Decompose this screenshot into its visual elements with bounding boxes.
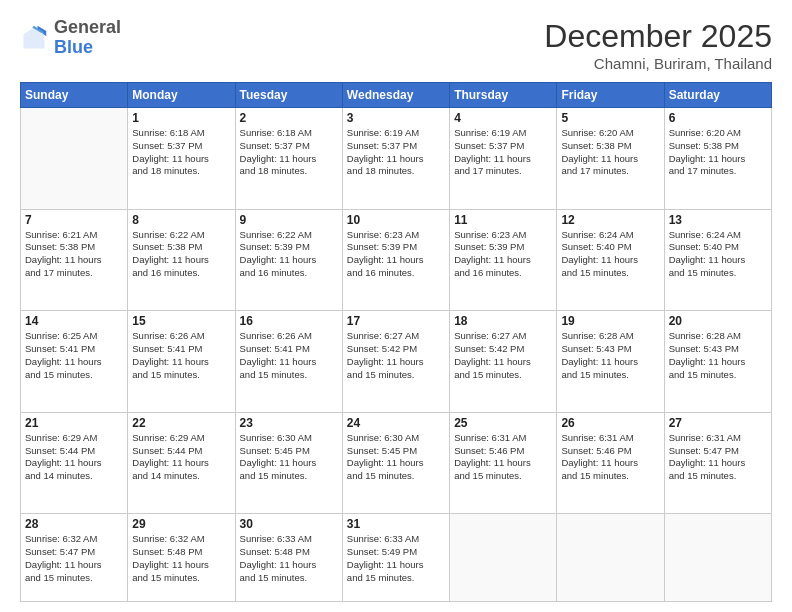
col-header-thursday: Thursday — [450, 83, 557, 108]
day-info: Sunrise: 6:22 AM Sunset: 5:38 PM Dayligh… — [132, 229, 230, 280]
calendar-cell: 12Sunrise: 6:24 AM Sunset: 5:40 PM Dayli… — [557, 209, 664, 311]
day-number: 12 — [561, 213, 659, 227]
calendar-cell: 18Sunrise: 6:27 AM Sunset: 5:42 PM Dayli… — [450, 311, 557, 413]
day-info: Sunrise: 6:29 AM Sunset: 5:44 PM Dayligh… — [132, 432, 230, 483]
calendar-cell: 28Sunrise: 6:32 AM Sunset: 5:47 PM Dayli… — [21, 514, 128, 602]
month-title: December 2025 — [544, 18, 772, 55]
day-info: Sunrise: 6:19 AM Sunset: 5:37 PM Dayligh… — [347, 127, 445, 178]
day-number: 31 — [347, 517, 445, 531]
day-number: 22 — [132, 416, 230, 430]
calendar-cell: 2Sunrise: 6:18 AM Sunset: 5:37 PM Daylig… — [235, 108, 342, 210]
header: General Blue December 2025 Chamni, Burir… — [20, 18, 772, 72]
day-info: Sunrise: 6:29 AM Sunset: 5:44 PM Dayligh… — [25, 432, 123, 483]
day-number: 23 — [240, 416, 338, 430]
day-number: 28 — [25, 517, 123, 531]
day-number: 19 — [561, 314, 659, 328]
day-number: 6 — [669, 111, 767, 125]
day-number: 5 — [561, 111, 659, 125]
day-number: 3 — [347, 111, 445, 125]
day-number: 27 — [669, 416, 767, 430]
day-info: Sunrise: 6:24 AM Sunset: 5:40 PM Dayligh… — [561, 229, 659, 280]
day-info: Sunrise: 6:20 AM Sunset: 5:38 PM Dayligh… — [561, 127, 659, 178]
calendar-cell: 31Sunrise: 6:33 AM Sunset: 5:49 PM Dayli… — [342, 514, 449, 602]
day-number: 2 — [240, 111, 338, 125]
calendar-cell: 29Sunrise: 6:32 AM Sunset: 5:48 PM Dayli… — [128, 514, 235, 602]
day-info: Sunrise: 6:26 AM Sunset: 5:41 PM Dayligh… — [132, 330, 230, 381]
day-number: 24 — [347, 416, 445, 430]
calendar-cell: 16Sunrise: 6:26 AM Sunset: 5:41 PM Dayli… — [235, 311, 342, 413]
calendar-cell — [557, 514, 664, 602]
day-number: 7 — [25, 213, 123, 227]
day-number: 20 — [669, 314, 767, 328]
day-number: 13 — [669, 213, 767, 227]
day-info: Sunrise: 6:28 AM Sunset: 5:43 PM Dayligh… — [561, 330, 659, 381]
calendar-header-row: SundayMondayTuesdayWednesdayThursdayFrid… — [21, 83, 772, 108]
calendar-week-row: 1Sunrise: 6:18 AM Sunset: 5:37 PM Daylig… — [21, 108, 772, 210]
calendar-cell: 14Sunrise: 6:25 AM Sunset: 5:41 PM Dayli… — [21, 311, 128, 413]
calendar-cell: 9Sunrise: 6:22 AM Sunset: 5:39 PM Daylig… — [235, 209, 342, 311]
col-header-tuesday: Tuesday — [235, 83, 342, 108]
calendar-cell: 15Sunrise: 6:26 AM Sunset: 5:41 PM Dayli… — [128, 311, 235, 413]
day-number: 9 — [240, 213, 338, 227]
day-number: 29 — [132, 517, 230, 531]
day-number: 1 — [132, 111, 230, 125]
location: Chamni, Buriram, Thailand — [544, 55, 772, 72]
logo-general-text: General — [54, 17, 121, 37]
day-info: Sunrise: 6:27 AM Sunset: 5:42 PM Dayligh… — [347, 330, 445, 381]
calendar-cell: 26Sunrise: 6:31 AM Sunset: 5:46 PM Dayli… — [557, 412, 664, 514]
day-info: Sunrise: 6:20 AM Sunset: 5:38 PM Dayligh… — [669, 127, 767, 178]
day-info: Sunrise: 6:31 AM Sunset: 5:46 PM Dayligh… — [561, 432, 659, 483]
calendar-cell: 22Sunrise: 6:29 AM Sunset: 5:44 PM Dayli… — [128, 412, 235, 514]
day-info: Sunrise: 6:25 AM Sunset: 5:41 PM Dayligh… — [25, 330, 123, 381]
day-info: Sunrise: 6:31 AM Sunset: 5:47 PM Dayligh… — [669, 432, 767, 483]
day-info: Sunrise: 6:30 AM Sunset: 5:45 PM Dayligh… — [240, 432, 338, 483]
day-info: Sunrise: 6:32 AM Sunset: 5:48 PM Dayligh… — [132, 533, 230, 584]
day-info: Sunrise: 6:31 AM Sunset: 5:46 PM Dayligh… — [454, 432, 552, 483]
calendar-cell: 19Sunrise: 6:28 AM Sunset: 5:43 PM Dayli… — [557, 311, 664, 413]
day-number: 21 — [25, 416, 123, 430]
calendar-cell: 21Sunrise: 6:29 AM Sunset: 5:44 PM Dayli… — [21, 412, 128, 514]
day-number: 16 — [240, 314, 338, 328]
calendar-cell: 3Sunrise: 6:19 AM Sunset: 5:37 PM Daylig… — [342, 108, 449, 210]
calendar-cell: 30Sunrise: 6:33 AM Sunset: 5:48 PM Dayli… — [235, 514, 342, 602]
day-info: Sunrise: 6:26 AM Sunset: 5:41 PM Dayligh… — [240, 330, 338, 381]
calendar-cell: 7Sunrise: 6:21 AM Sunset: 5:38 PM Daylig… — [21, 209, 128, 311]
calendar-cell: 17Sunrise: 6:27 AM Sunset: 5:42 PM Dayli… — [342, 311, 449, 413]
calendar-week-row: 14Sunrise: 6:25 AM Sunset: 5:41 PM Dayli… — [21, 311, 772, 413]
day-info: Sunrise: 6:33 AM Sunset: 5:48 PM Dayligh… — [240, 533, 338, 584]
day-number: 18 — [454, 314, 552, 328]
day-info: Sunrise: 6:32 AM Sunset: 5:47 PM Dayligh… — [25, 533, 123, 584]
day-info: Sunrise: 6:23 AM Sunset: 5:39 PM Dayligh… — [454, 229, 552, 280]
calendar-cell — [450, 514, 557, 602]
calendar-cell: 1Sunrise: 6:18 AM Sunset: 5:37 PM Daylig… — [128, 108, 235, 210]
calendar-week-row: 28Sunrise: 6:32 AM Sunset: 5:47 PM Dayli… — [21, 514, 772, 602]
day-info: Sunrise: 6:19 AM Sunset: 5:37 PM Dayligh… — [454, 127, 552, 178]
day-info: Sunrise: 6:33 AM Sunset: 5:49 PM Dayligh… — [347, 533, 445, 584]
day-info: Sunrise: 6:30 AM Sunset: 5:45 PM Dayligh… — [347, 432, 445, 483]
col-header-wednesday: Wednesday — [342, 83, 449, 108]
col-header-friday: Friday — [557, 83, 664, 108]
day-info: Sunrise: 6:23 AM Sunset: 5:39 PM Dayligh… — [347, 229, 445, 280]
calendar-cell: 8Sunrise: 6:22 AM Sunset: 5:38 PM Daylig… — [128, 209, 235, 311]
calendar-cell: 24Sunrise: 6:30 AM Sunset: 5:45 PM Dayli… — [342, 412, 449, 514]
day-number: 10 — [347, 213, 445, 227]
calendar-cell — [664, 514, 771, 602]
calendar-cell — [21, 108, 128, 210]
logo-icon — [20, 24, 48, 52]
day-info: Sunrise: 6:22 AM Sunset: 5:39 PM Dayligh… — [240, 229, 338, 280]
day-number: 15 — [132, 314, 230, 328]
day-number: 8 — [132, 213, 230, 227]
day-info: Sunrise: 6:18 AM Sunset: 5:37 PM Dayligh… — [240, 127, 338, 178]
col-header-monday: Monday — [128, 83, 235, 108]
page: General Blue December 2025 Chamni, Burir… — [0, 0, 792, 612]
calendar-cell: 20Sunrise: 6:28 AM Sunset: 5:43 PM Dayli… — [664, 311, 771, 413]
calendar-cell: 27Sunrise: 6:31 AM Sunset: 5:47 PM Dayli… — [664, 412, 771, 514]
day-info: Sunrise: 6:21 AM Sunset: 5:38 PM Dayligh… — [25, 229, 123, 280]
calendar-cell: 6Sunrise: 6:20 AM Sunset: 5:38 PM Daylig… — [664, 108, 771, 210]
day-number: 17 — [347, 314, 445, 328]
calendar-cell: 25Sunrise: 6:31 AM Sunset: 5:46 PM Dayli… — [450, 412, 557, 514]
logo-blue-text: Blue — [54, 37, 93, 57]
day-number: 30 — [240, 517, 338, 531]
calendar-cell: 5Sunrise: 6:20 AM Sunset: 5:38 PM Daylig… — [557, 108, 664, 210]
calendar-week-row: 21Sunrise: 6:29 AM Sunset: 5:44 PM Dayli… — [21, 412, 772, 514]
